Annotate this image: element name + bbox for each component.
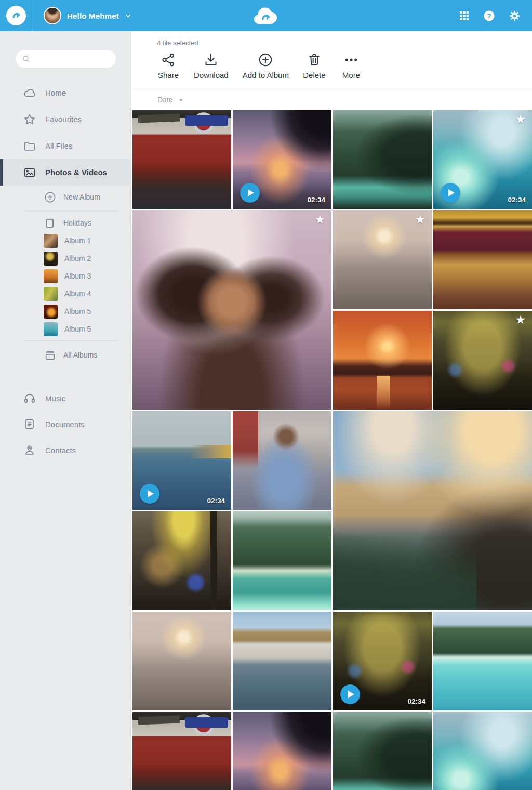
svg-text:?: ? (487, 11, 491, 19)
sidebar-item-home[interactable]: Home (0, 80, 130, 106)
sidebar-item-album[interactable]: Album 2 (0, 249, 130, 267)
album-thumbnail (44, 322, 58, 336)
action-label: Delete (303, 71, 325, 80)
more-button[interactable]: More (340, 51, 363, 80)
albums-stack-icon (44, 349, 57, 362)
photo-tile-surfer-wave[interactable] (433, 712, 532, 790)
settings-gear-icon[interactable] (509, 10, 521, 22)
favourite-star-badge: ★ (415, 214, 425, 226)
search-box[interactable] (16, 50, 116, 68)
video-duration: 02:34 (407, 697, 425, 705)
photo-tile-night-market[interactable] (132, 511, 231, 610)
album-thumbnail (44, 252, 58, 266)
top-bar: Hello Mehmet ? (0, 0, 532, 31)
sidebar-item-label: Home (45, 88, 66, 97)
documents-icon (23, 417, 37, 431)
action-label: More (342, 71, 360, 80)
photo-grid: 02:34★02:34★★★02:3402:34 (132, 110, 532, 790)
sidebar-item-contacts[interactable]: Contacts (0, 437, 130, 463)
play-button[interactable] (240, 183, 260, 203)
sort-dropdown[interactable]: Date (131, 89, 532, 110)
sidebar-item-label: Contacts (45, 446, 76, 455)
more-icon (343, 51, 360, 68)
search-input[interactable] (35, 55, 129, 63)
delete-button[interactable]: Delete (303, 51, 326, 80)
album-label: Album 5 (64, 307, 91, 315)
play-button[interactable] (140, 484, 159, 504)
photo-tile-cliff-bay[interactable] (333, 110, 432, 209)
photo-tile-sunset-sea[interactable]: ★ (333, 210, 432, 309)
share-icon (160, 51, 177, 68)
sidebar-item-music[interactable]: Music (0, 385, 130, 411)
sidebar-item-all-albums[interactable]: All Albums (0, 344, 130, 366)
sidebar-item-photos-videos[interactable]: Photos & Videos (0, 159, 130, 186)
sidebar-item-label: Documents (45, 420, 85, 429)
apps-grid-icon[interactable] (459, 10, 470, 21)
delete-icon (306, 51, 323, 68)
share-button[interactable]: Share (157, 51, 180, 80)
video-tile-times-square[interactable]: 02:34 (333, 612, 432, 710)
chevron-down-icon (125, 12, 131, 19)
photos-icon (23, 165, 37, 179)
album-label: Album 3 (64, 272, 91, 280)
add-to-album-icon (257, 51, 274, 68)
video-tile-sunset-palm[interactable]: 02:34 (233, 110, 331, 209)
photo-tile-sunset-palm[interactable] (233, 712, 331, 790)
album-label: Album 2 (64, 254, 91, 262)
photo-tile-turquoise-bay[interactable] (433, 612, 532, 710)
album-label: Album 5 (64, 325, 91, 333)
sidebar-item-documents[interactable]: Documents (0, 411, 130, 437)
cloud-app-logo-icon (250, 5, 282, 29)
photo-tile-bridge-sunset[interactable] (333, 311, 432, 410)
album-label: Album 1 (64, 236, 91, 245)
star-icon (23, 112, 37, 126)
caret-down-icon (178, 97, 184, 103)
sidebar-item-album[interactable]: Album 5 (0, 320, 130, 338)
photo-tile-harbor-boats[interactable] (233, 612, 331, 710)
photo-tile-london-bus[interactable] (132, 110, 231, 209)
video-duration: 02:34 (307, 196, 325, 204)
photo-tile-times-square[interactable]: ★ (433, 311, 532, 410)
main-content: 4 file selected ShareDownloadAdd to Albu… (131, 31, 532, 790)
album-label: Album 4 (64, 289, 91, 298)
brand-swirl-icon (6, 6, 26, 25)
sidebar-item-new-album[interactable]: New Album (0, 186, 130, 208)
sidebar: HomeFavouritesAll FilesPhotos & Videos N… (0, 31, 131, 790)
album-thumbnail (44, 287, 58, 301)
photo-tile-portrait-woman[interactable]: ★ (132, 210, 331, 410)
user-menu[interactable]: Hello Mehmet (44, 7, 131, 24)
photo-tile-london-bus[interactable] (132, 712, 231, 790)
action-label: Download (194, 71, 229, 80)
contacts-icon (23, 443, 37, 457)
photo-tile-lagoon-cliffs[interactable] (233, 511, 331, 610)
sidebar-item-album[interactable]: Album 5 (0, 302, 130, 320)
photo-tile-cafe-storefront[interactable] (433, 210, 532, 309)
video-tile-coast-islands[interactable]: 02:34 (132, 411, 231, 510)
sidebar-item-label: All Files (45, 141, 73, 150)
sidebar-item-album[interactable]: Album 4 (0, 285, 130, 302)
download-button[interactable]: Download (194, 51, 229, 80)
brand-logo-box[interactable] (0, 0, 32, 31)
photo-tile-cliff-bay[interactable] (333, 712, 432, 790)
album-label: Holidays (63, 219, 91, 227)
sidebar-divider (24, 340, 119, 341)
video-duration: 02:34 (207, 497, 225, 505)
action-label: Share (158, 71, 179, 80)
play-button[interactable] (441, 183, 460, 203)
photo-tile-street-woman[interactable] (233, 411, 331, 510)
sidebar-item-album[interactable]: Album 1 (0, 232, 130, 249)
video-tile-surfer-wave[interactable]: ★02:34 (433, 110, 532, 209)
sidebar-item-album[interactable]: Holidays (0, 214, 130, 232)
sidebar-item-all-files[interactable]: All Files (0, 133, 130, 159)
play-button[interactable] (340, 684, 360, 704)
help-icon[interactable]: ? (483, 10, 495, 22)
all-albums-label: All Albums (63, 351, 97, 359)
action-label: Add to Album (243, 71, 289, 80)
album-icon (44, 217, 57, 230)
sidebar-item-favourites[interactable]: Favourites (0, 106, 130, 133)
add-to-album-button[interactable]: Add to Album (243, 51, 289, 80)
photo-tile-sunset-sea[interactable] (132, 612, 231, 710)
sidebar-item-album[interactable]: Album 3 (0, 267, 130, 285)
photo-tile-paris-river[interactable] (333, 411, 532, 610)
search-icon (22, 55, 31, 63)
